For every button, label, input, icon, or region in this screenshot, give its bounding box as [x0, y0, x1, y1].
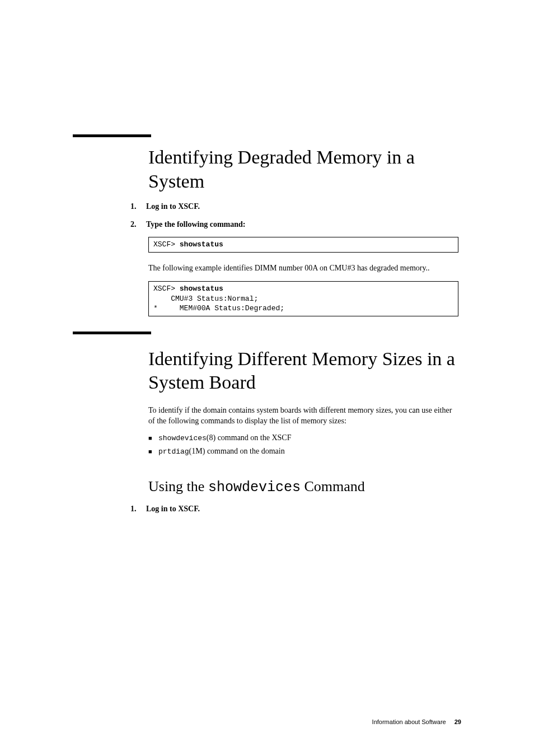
- step-text: Log in to XSCF.: [146, 202, 200, 211]
- code-block-2: XSCF> showstatus CMU#3 Status:Normal; * …: [148, 281, 458, 316]
- code-prompt: XSCF>: [153, 284, 180, 293]
- section-rule-2: [73, 332, 151, 334]
- code-output-line: CMU#3 Status:Normal;: [153, 294, 453, 304]
- bullet-icon: ■: [148, 435, 158, 441]
- bullet-list: ■ showdevices(8) command on the XSCF ■ p…: [148, 433, 461, 456]
- section-rule-1: [73, 134, 151, 137]
- step-text: Log in to XSCF.: [146, 505, 200, 514]
- step-number: 1.: [130, 202, 146, 211]
- code-inline-heading: showdevices: [208, 479, 301, 496]
- step-text: Type the following command:: [146, 220, 245, 229]
- step-number: 2.: [130, 220, 146, 229]
- list-item: ■ prtdiag(1M) command on the domain: [148, 447, 461, 456]
- subheading-1: Using the showdevices Command: [148, 478, 461, 496]
- list-item: ■ showdevices(8) command on the XSCF: [148, 433, 461, 442]
- code-prompt: XSCF>: [153, 240, 180, 249]
- bullet-text: prtdiag(1M) command on the domain: [158, 447, 285, 456]
- step-1-2: 2. Type the following command:: [130, 220, 461, 229]
- heading-2: Identifying Different Memory Sizes in a …: [148, 347, 461, 395]
- page-footer: Information about Software 29: [372, 718, 461, 725]
- code-command: showstatus: [180, 284, 223, 293]
- heading-1: Identifying Degraded Memory in a System: [148, 146, 461, 193]
- bullet-icon: ■: [148, 448, 158, 455]
- code-output-line: * MEM#00A Status:Degraded;: [153, 304, 453, 314]
- bullet-text: showdevices(8) command on the XSCF: [158, 433, 291, 442]
- step-2-1: 1. Log in to XSCF.: [130, 505, 461, 514]
- paragraph-1: The following example identifies DIMM nu…: [148, 263, 458, 274]
- code-inline: prtdiag: [158, 447, 189, 456]
- code-inline: showdevices: [158, 434, 207, 442]
- paragraph-2: To identify if the domain contains syste…: [148, 405, 458, 427]
- step-number: 1.: [130, 505, 146, 514]
- code-command: showstatus: [180, 240, 223, 249]
- step-1-1: 1. Log in to XSCF.: [130, 202, 461, 211]
- code-block-1: XSCF> showstatus: [148, 237, 458, 253]
- page-number: 29: [455, 718, 461, 725]
- footer-text: Information about Software: [372, 718, 446, 725]
